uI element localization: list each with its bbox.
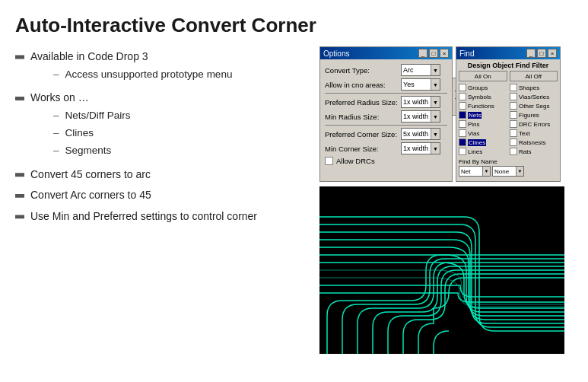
left-column: Available in Code Drop 3 Access unsuppor… — [15, 46, 312, 354]
find-label-functions: Functions — [468, 103, 494, 110]
find-cb-functions[interactable] — [459, 102, 466, 110]
find-titlebar-buttons: _ □ × — [526, 49, 557, 58]
list-item-5-text: Use Min and Preferred settings to contro… — [30, 210, 257, 222]
find-item-text: Text — [510, 129, 558, 137]
find-label-text: Text — [519, 130, 530, 137]
find-body: Design Object Find Filter All On All Off… — [456, 59, 560, 179]
min-radius-row: Min Radius Size: 1x width ▼ — [325, 110, 447, 123]
find-cb-viaseries[interactable] — [510, 93, 517, 100]
divider-1 — [325, 93, 447, 94]
find-item-othersegs: Other Segs — [510, 102, 558, 110]
find-cb-figures[interactable] — [510, 111, 517, 119]
options-titlebar-buttons: _ □ × — [418, 49, 449, 58]
find-cb-pins[interactable] — [459, 120, 466, 128]
options-title: Options — [323, 49, 349, 58]
find-value-select[interactable]: None ▼ — [492, 166, 524, 177]
pref-corner-select[interactable]: 5x width ▼ — [401, 128, 440, 140]
find-item-vias: Vias — [459, 129, 507, 137]
pref-radius-row: Preferred Radius Size: 1x width ▼ — [325, 96, 447, 108]
pref-radius-label: Preferred Radius Size: — [325, 98, 401, 107]
sub-list-1-item-1: Access unsupported prototype menu — [53, 68, 232, 82]
allow-drcs-label: Allow DRCs — [336, 157, 375, 165]
find-item-groups: Groups — [459, 84, 507, 91]
list-item-4-text: Convert Arc corners to 45 — [30, 188, 151, 203]
find-label-clines: Clines — [468, 139, 486, 146]
list-item-1-text: Available in Code Drop 3 — [30, 50, 148, 62]
find-close-btn[interactable]: × — [548, 49, 557, 58]
allow-drcs-checkbox[interactable] — [325, 157, 333, 165]
allow-cno-row: Allow in cno areas: Yes ▼ — [325, 78, 447, 91]
divider-2 — [325, 125, 447, 126]
list-item-1: Available in Code Drop 3 Access unsuppor… — [15, 49, 312, 84]
options-minimize-btn[interactable]: _ — [418, 49, 427, 58]
find-btn-row: All On All Off — [459, 71, 558, 81]
find-item-symbols: Symbols — [459, 93, 507, 100]
find-item-lines: Lines — [459, 148, 507, 155]
convert-type-row: Convert Type: Arc ▼ — [325, 64, 447, 76]
pref-radius-select[interactable]: 1x width ▼ — [401, 96, 440, 108]
find-label-ratsnests: Ratsnests — [519, 139, 546, 146]
find-cb-nets[interactable] — [459, 111, 466, 119]
find-cb-rats[interactable] — [510, 148, 517, 155]
find-cb-lines[interactable] — [459, 148, 466, 155]
find-item-figures: Figures — [510, 111, 558, 119]
find-all-off-btn[interactable]: All Off — [510, 71, 558, 81]
sub-list-2-item-2: Clines — [53, 126, 131, 141]
find-cb-drcerrors[interactable] — [510, 120, 517, 128]
find-cb-othersegs[interactable] — [510, 102, 517, 110]
allow-drcs-row: Allow DRCs — [325, 157, 447, 165]
find-minimize-btn[interactable]: _ — [526, 49, 536, 58]
find-item-ratsnests: Ratsnests — [510, 138, 558, 146]
pref-corner-label: Preferred Corner Size: — [325, 130, 401, 138]
find-cb-text[interactable] — [510, 129, 517, 137]
find-label-vias: Vias — [468, 130, 479, 137]
bullet-icon-3 — [15, 170, 24, 180]
find-label-shapes: Shapes — [519, 84, 539, 91]
options-maximize-btn[interactable]: □ — [429, 49, 438, 58]
min-radius-select[interactable]: 1x width ▼ — [401, 110, 440, 123]
find-cb-groups[interactable] — [459, 84, 466, 91]
find-dialog: Find _ □ × Design Object Find Filter All… — [456, 46, 561, 182]
find-item-nets: Nets — [459, 111, 507, 119]
find-item-pins: Pins — [459, 120, 507, 128]
find-cb-clines[interactable] — [459, 138, 466, 146]
options-body: Convert Type: Arc ▼ Allow in cno areas: — [320, 59, 452, 168]
find-cb-vias[interactable] — [459, 129, 466, 137]
right-column: Options _ □ × Convert Type: Arc — [319, 46, 573, 354]
find-item-drcerrors: DRC Errors — [510, 120, 558, 128]
find-by-name-label: Find By Name — [459, 158, 497, 165]
find-label-figures: Figures — [519, 112, 539, 119]
list-item-3: Convert 45 corners to arc — [15, 167, 312, 183]
list-item-5: Use Min and Preferred settings to contro… — [15, 209, 312, 224]
sub-list-2-item-3: Segments — [53, 144, 131, 158]
bullet-icon-5 — [15, 212, 24, 221]
find-label-othersegs: Other Segs — [519, 103, 549, 110]
pcb-canvas — [319, 186, 564, 354]
find-all-on-btn[interactable]: All On — [459, 71, 507, 81]
list-item-3-text: Convert 45 corners to arc — [30, 167, 151, 183]
sub-list-2: Nets/Diff Pairs Clines Segments — [53, 109, 131, 158]
find-by-name-controls: Net ▼ None ▼ — [459, 166, 558, 177]
top-panels: Options _ □ × Convert Type: Arc — [319, 46, 573, 182]
find-maximize-btn[interactable]: □ — [537, 49, 546, 58]
find-by-name-row: Find By Name — [459, 158, 558, 165]
find-item-viaseries: Vias/Series — [510, 93, 558, 100]
bullet-icon-4 — [15, 191, 24, 200]
content-area: Available in Code Drop 3 Access unsuppor… — [0, 46, 588, 354]
find-item-shapes: Shapes — [510, 84, 558, 91]
find-titlebar: Find _ □ × — [456, 47, 560, 59]
find-cb-symbols[interactable] — [459, 93, 466, 100]
find-item-rats: Rats — [510, 148, 558, 155]
min-corner-select[interactable]: 1x width ▼ — [401, 142, 440, 154]
list-item-4: Convert Arc corners to 45 — [15, 188, 312, 203]
find-type-select[interactable]: Net ▼ — [459, 166, 491, 177]
convert-type-select[interactable]: Arc ▼ — [401, 64, 440, 76]
min-corner-label: Min Corner Size: — [325, 145, 401, 153]
options-close-btn[interactable]: × — [440, 49, 449, 58]
find-cb-ratsnests[interactable] — [510, 138, 517, 146]
find-cb-shapes[interactable] — [510, 84, 517, 91]
allow-cno-select[interactable]: Yes ▼ — [401, 78, 440, 91]
convert-type-label: Convert Type: — [325, 66, 401, 75]
find-label-lines: Lines — [468, 148, 482, 155]
pcb-image — [319, 186, 564, 354]
